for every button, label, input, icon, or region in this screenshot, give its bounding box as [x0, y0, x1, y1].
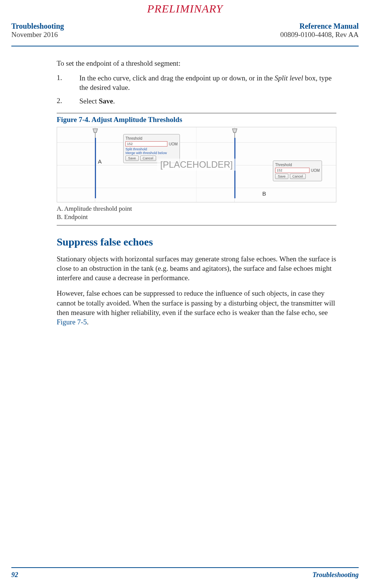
header-right-rev: 00809-0100-4408, Rev AA: [280, 31, 359, 39]
popup-right-uom: UOM: [311, 168, 320, 173]
popup-right-cancel-btn: Cancel: [290, 174, 306, 179]
probe-icon: [231, 128, 239, 139]
popup-right-save-btn: Save: [275, 174, 288, 179]
step-1: 1. In the echo curve, click and drag the…: [57, 74, 336, 92]
grid-line: [57, 188, 196, 188]
popup-left-split-link: Split threshold: [125, 147, 178, 151]
figure-caption: Figure 7-4. Adjust Amplitude Thresholds: [57, 116, 336, 124]
grid-line: [197, 142, 336, 143]
header-left-date: November 2016: [11, 31, 64, 39]
step-2-bold: Save: [99, 97, 113, 105]
step-2-prefix: Select: [79, 97, 99, 105]
step-1-number: 1.: [57, 74, 79, 92]
step-1-italic: Split level: [275, 74, 303, 82]
main-content: To set the endpoint of a threshold segme…: [11, 46, 336, 327]
paragraph-1: Stationary objects with horizontal surfa…: [57, 254, 336, 282]
grid-line: [197, 188, 336, 188]
footer-section-name: Troubleshooting: [313, 571, 359, 579]
figure-annotation-b: B: [262, 190, 266, 197]
header-left-title: Troubleshooting: [11, 22, 64, 31]
step-1-prefix: In the echo curve, click and drag the en…: [79, 74, 275, 82]
figure-section: Figure 7-4. Adjust Amplitude Thresholds …: [57, 113, 336, 225]
figure-legend-a: A. Amplitude threshold point: [57, 205, 336, 213]
step-2-number: 2.: [57, 97, 79, 106]
figure-image: Threshold 152 UOM Split threshold Merge …: [57, 127, 336, 202]
popup-left-cancel-btn: Cancel: [140, 156, 156, 161]
header-right-block: Reference Manual 00809-0100-4408, Rev AA: [280, 22, 359, 39]
paragraph-2: However, false echoes can be suppressed …: [57, 289, 336, 326]
popup-left-save-btn: Save: [125, 156, 139, 161]
watermark-preliminary: PRELIMINARY: [147, 2, 223, 15]
paragraph-2-suffix: .: [87, 318, 89, 326]
popup-right-threshold-value: 152: [275, 168, 310, 173]
paragraph-2-prefix: However, false echoes can be suppressed …: [57, 289, 335, 316]
threshold-popup-right: Threshold 152 UOM Save Cancel: [273, 161, 322, 181]
step-2: 2. Select Save.: [57, 97, 336, 106]
intro-text: To set the endpoint of a threshold segme…: [57, 59, 336, 68]
step-2-suffix: .: [113, 97, 115, 105]
popup-right-threshold-label: Threshold: [275, 163, 292, 167]
popup-left-threshold-label: Threshold: [125, 136, 142, 140]
step-2-body: Select Save.: [79, 97, 336, 106]
figure-annotation-a: A: [98, 158, 102, 165]
header-right-title: Reference Manual: [280, 22, 359, 31]
page-footer: 92 Troubleshooting: [11, 567, 359, 579]
popup-left-uom: UOM: [169, 142, 178, 146]
figure-placeholder-text: [PLACEHOLDER]: [157, 159, 236, 171]
header-left-block: Troubleshooting November 2016: [11, 22, 64, 39]
step-1-body: In the echo curve, click and drag the en…: [79, 74, 336, 92]
popup-left-threshold-value: 152: [125, 141, 167, 147]
figure-legend-b: B. Endpoint: [57, 213, 336, 221]
figure-7-5-link[interactable]: Figure 7-5: [57, 318, 87, 326]
echo-line: [95, 138, 96, 198]
probe-icon: [91, 128, 99, 139]
figure-legend: A. Amplitude threshold point B. Endpoint: [57, 205, 336, 225]
footer-page-number: 92: [11, 571, 18, 579]
section-heading-suppress-false-echoes: Suppress false echoes: [57, 236, 336, 248]
popup-left-merge-link: Merge with threshold below: [125, 151, 178, 155]
